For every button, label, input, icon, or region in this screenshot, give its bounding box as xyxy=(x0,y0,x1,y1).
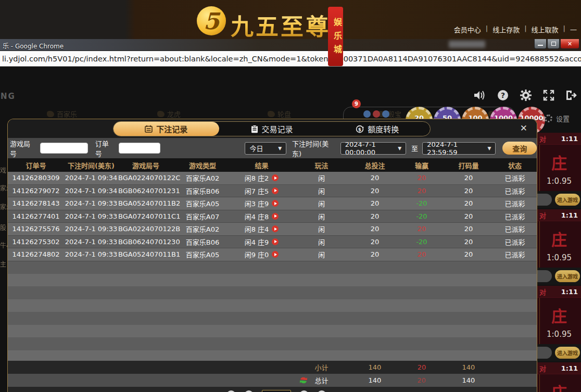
banner-links: 会员中心|线上存款|线上取款|一 xyxy=(454,24,577,34)
replay-play-icon[interactable] xyxy=(272,251,279,258)
card-timer: 1:11 xyxy=(561,364,578,372)
replay-play-icon[interactable] xyxy=(272,187,279,194)
enter-game-button[interactable]: 进入游戏 xyxy=(555,347,580,359)
cell-play: 闲 xyxy=(292,237,351,247)
column-header: 总投注 xyxy=(351,160,398,170)
window-close-button[interactable]: ✕ xyxy=(560,39,579,49)
blurred-account-info xyxy=(449,41,485,48)
cell-winloss: 20 xyxy=(398,174,445,182)
cell-result: 闲4 庄8 xyxy=(232,211,292,221)
card-bet-label: 庄 xyxy=(551,304,567,326)
date-range-select[interactable]: 今日▼ xyxy=(245,142,286,155)
help-icon[interactable]: ? xyxy=(496,88,509,102)
pagination xyxy=(226,390,326,392)
maximize-button[interactable] xyxy=(547,39,560,49)
date-from-select[interactable]: 2024-7-1 00:00:00▼ xyxy=(340,142,406,155)
column-header: 状态 xyxy=(492,160,537,170)
game-card-fragment: 对 1:11 庄 1:0.95 进入游戏 xyxy=(537,133,581,208)
card-gray-button-fragment[interactable] xyxy=(537,347,552,359)
cell-winloss: 20 xyxy=(398,250,445,258)
table-row: 14126275576 2024-7-1 09:33 BGA0224070122… xyxy=(8,223,537,236)
sidebar-fragment: 戏 xyxy=(0,166,6,174)
replay-play-icon[interactable] xyxy=(272,238,279,245)
replay-play-icon[interactable] xyxy=(272,213,279,220)
cell-game: 百家乐B06 xyxy=(173,186,232,196)
cell-result: 闲8 庄4 xyxy=(232,224,292,234)
date-to-value: 2024-7-1 23:59:59 xyxy=(427,141,483,156)
card-gray-button-fragment[interactable] xyxy=(537,194,552,206)
modal-close-icon[interactable]: ✕ xyxy=(520,124,527,133)
cell-turnover: 20 xyxy=(445,212,492,220)
cell-play: 闲 xyxy=(292,186,351,196)
card-odds: 1:0.95 xyxy=(547,330,572,339)
cell-round: BGA0224070122B xyxy=(118,225,173,233)
cell-order: 14126279072 xyxy=(8,187,64,195)
card-corner-label: 对 xyxy=(539,134,546,144)
fullscreen-icon[interactable] xyxy=(542,88,555,102)
table-settings-fragment[interactable]: 设置 xyxy=(545,113,570,123)
cell-time: 2024-7-1 09:33 xyxy=(64,238,118,246)
game-round-label: 游戏局号 xyxy=(10,138,37,158)
settings-gear-icon[interactable] xyxy=(519,88,532,102)
replay-play-icon[interactable] xyxy=(272,200,279,207)
refresh-icon[interactable] xyxy=(299,376,308,384)
exit-icon[interactable] xyxy=(565,88,578,102)
game-card-fragment: 对 1:11 庄 1:0.95 进入游戏 xyxy=(537,362,581,392)
card-button-row: 进入游戏 xyxy=(537,268,581,285)
cell-game: 百家乐A02 xyxy=(173,224,232,234)
card-gray-button-fragment[interactable] xyxy=(537,270,552,282)
tab-transaction-records[interactable]: 交易记录 xyxy=(219,122,325,136)
cell-time: 2024-7-1 09:33 xyxy=(64,199,118,207)
sidebar-fragment: 主 xyxy=(0,259,6,268)
maximize-icon xyxy=(551,42,556,46)
cell-time: 2024-7-1 09:34 xyxy=(64,187,118,195)
cell-order: 14126275302 xyxy=(8,238,64,246)
pager-page-input[interactable] xyxy=(262,390,291,392)
column-header: 玩法 xyxy=(292,160,351,170)
game-nav-icon xyxy=(47,111,54,117)
order-number-input[interactable] xyxy=(119,143,160,154)
tab-group: 下注记录 交易记录 $ 额度转换 xyxy=(113,121,431,136)
banner-link[interactable]: 一 xyxy=(570,24,577,34)
minimize-button[interactable] xyxy=(534,39,547,49)
enter-game-button[interactable]: 进入游戏 xyxy=(555,270,580,282)
replay-play-icon[interactable] xyxy=(272,174,279,181)
sound-icon[interactable] xyxy=(473,88,486,102)
sidebar-fragment: 家乐 xyxy=(0,202,7,211)
tab-quota-transfer[interactable]: $ 额度转换 xyxy=(324,122,430,136)
tab-bet-records[interactable]: 下注记录 xyxy=(113,122,219,136)
logo-coin-icon: 5 xyxy=(197,6,226,35)
banner-link[interactable]: 线上存款 xyxy=(492,24,520,34)
column-header: 输赢 xyxy=(398,160,445,170)
result-text: 闲4 庄8 xyxy=(245,211,269,221)
svg-text:?: ? xyxy=(500,91,504,99)
column-header: 游戏类型 xyxy=(173,160,232,170)
cell-round: BGA0224070122C xyxy=(118,174,173,182)
game-nav-item[interactable]: 龙虎 xyxy=(157,109,181,119)
game-nav-icon xyxy=(268,111,275,117)
cell-winloss: -20 xyxy=(398,238,445,246)
cell-play: 闲 xyxy=(292,198,351,208)
enter-game-button[interactable]: 进入游戏 xyxy=(555,194,580,206)
card-odds: 1:0.95 xyxy=(547,176,572,186)
search-button[interactable]: 查询 xyxy=(502,142,537,155)
grand-total-total: 140 xyxy=(351,376,398,384)
logo-badge: 娱乐城 xyxy=(328,7,343,66)
minimize-icon xyxy=(538,45,543,46)
screenshot-root: 5 九五至尊 娱乐城 会员中心|线上存款|线上取款|一 乐 - Google C… xyxy=(0,0,581,392)
tab-label: 额度转换 xyxy=(368,123,399,134)
banner-link[interactable]: 线上取款 xyxy=(532,24,559,34)
result-text: 闲8 庄4 xyxy=(245,224,269,234)
date-to-select[interactable]: 2024-7-1 23:59:59▼ xyxy=(422,142,496,155)
game-nav-item[interactable]: 百家乐 xyxy=(47,109,77,119)
tab-label: 下注记录 xyxy=(156,123,187,134)
subtotal-turnover: 140 xyxy=(445,363,492,371)
banner-link[interactable]: 会员中心 xyxy=(454,24,481,34)
game-nav-item[interactable]: 轮盘 xyxy=(268,109,291,119)
replay-play-icon[interactable] xyxy=(272,225,279,232)
game-nav-label: 轮盘 xyxy=(277,109,291,119)
game-round-input[interactable] xyxy=(40,143,88,154)
card-button-row: 进入游戏 xyxy=(537,191,581,208)
cell-round: BGB06240701231 xyxy=(118,187,173,195)
game-nav-icon xyxy=(157,111,165,117)
